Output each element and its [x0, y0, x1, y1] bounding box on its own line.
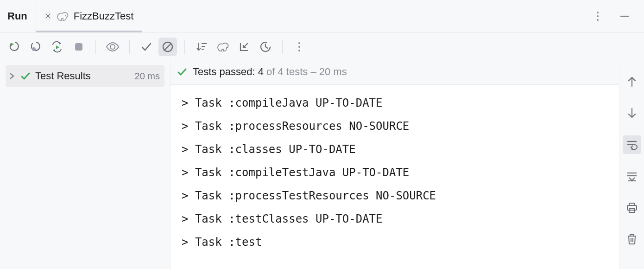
- show-pass-check-icon[interactable]: [137, 38, 156, 56]
- show-passed-icon[interactable]: [103, 38, 122, 56]
- minimize-icon[interactable]: [617, 9, 632, 24]
- more-vertical-icon[interactable]: [590, 9, 605, 24]
- test-toolbar: [0, 32, 644, 61]
- rerun-icon[interactable]: [6, 38, 24, 56]
- tab-bar: Run ✕ FizzBuzzTest: [0, 0, 644, 32]
- gradle-elephant-icon: [56, 11, 69, 21]
- svg-point-3: [597, 19, 599, 21]
- content-pane: Tests passed: 4 of 4 tests – 20 ms > Tas…: [170, 61, 644, 269]
- toggle-auto-test-icon[interactable]: [48, 38, 67, 56]
- svg-line-9: [164, 44, 171, 50]
- tree-root-label: Test Results: [35, 70, 91, 82]
- sort-icon[interactable]: [192, 38, 211, 56]
- gradle-icon[interactable]: [214, 38, 232, 56]
- svg-point-0: [65, 14, 66, 15]
- test-status-bar: Tests passed: 4 of 4 tests – 20 ms: [170, 61, 619, 85]
- separator: [95, 40, 96, 54]
- show-ignored-icon[interactable]: [158, 38, 177, 56]
- run-tool-window-title: Run: [6, 0, 36, 32]
- check-icon: [20, 71, 31, 81]
- rerun-failed-icon[interactable]: [27, 38, 45, 56]
- separator: [129, 40, 130, 54]
- svg-point-5: [32, 47, 36, 51]
- soft-wrap-icon[interactable]: [623, 135, 641, 154]
- tab-bar-right: [590, 9, 638, 24]
- history-icon[interactable]: [256, 38, 275, 56]
- trash-icon[interactable]: [623, 230, 641, 249]
- svg-point-2: [597, 15, 599, 17]
- separator: [184, 40, 185, 54]
- status-text: Tests passed: 4 of 4 tests – 20 ms: [193, 66, 347, 78]
- stop-icon[interactable]: [69, 38, 88, 56]
- test-results-root[interactable]: Test Results 20 ms: [6, 65, 164, 87]
- separator: [282, 40, 283, 54]
- tab-label: FizzBuzzTest: [74, 10, 134, 22]
- tree-root-duration: 20 ms: [135, 71, 160, 82]
- import-icon[interactable]: [235, 38, 253, 56]
- svg-point-16: [298, 50, 300, 51]
- print-icon[interactable]: [623, 199, 641, 217]
- main-area: Test Results 20 ms Tests passed: 4 of 4 …: [0, 61, 644, 269]
- svg-point-1: [597, 12, 599, 13]
- run-tab[interactable]: ✕ FizzBuzzTest: [36, 0, 142, 32]
- status-count: 4: [258, 66, 264, 77]
- status-of: of 4 tests –: [264, 66, 319, 77]
- svg-rect-6: [75, 43, 82, 51]
- arrow-up-icon[interactable]: [623, 72, 641, 91]
- arrow-down-icon[interactable]: [623, 104, 641, 122]
- console-gutter: [619, 61, 644, 269]
- check-icon: [177, 67, 187, 77]
- scroll-to-end-icon[interactable]: [623, 167, 641, 186]
- svg-point-14: [298, 42, 300, 44]
- status-duration: 20 ms: [319, 66, 347, 77]
- console-output[interactable]: > Task :compileJava UP-TO-DATE > Task :p…: [170, 85, 619, 269]
- close-icon[interactable]: ✕: [44, 12, 51, 20]
- chevron-right-icon: [8, 72, 16, 80]
- content-main: Tests passed: 4 of 4 tests – 20 ms > Tas…: [170, 61, 619, 269]
- svg-point-7: [110, 45, 115, 49]
- svg-point-15: [298, 46, 300, 48]
- more-vertical-icon[interactable]: [290, 38, 309, 56]
- status-prefix: Tests passed:: [193, 66, 258, 77]
- test-tree: Test Results 20 ms: [0, 61, 170, 269]
